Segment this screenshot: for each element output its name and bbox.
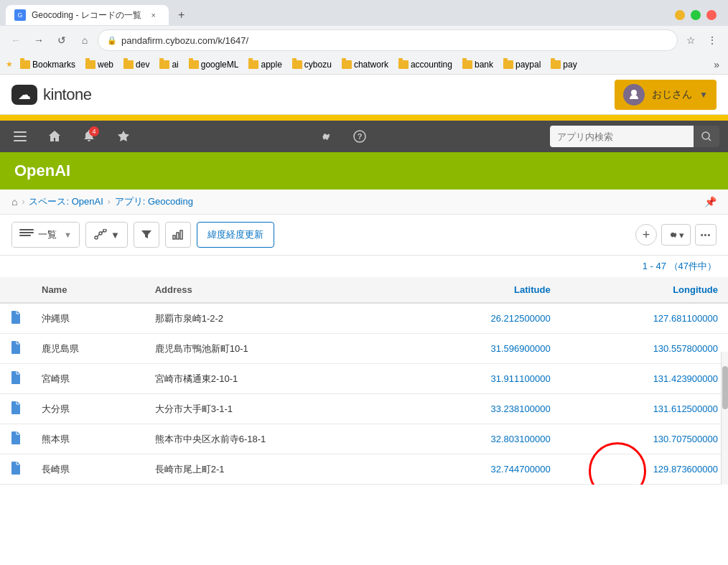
filter-button[interactable] xyxy=(134,222,159,248)
back-button[interactable]: ← xyxy=(6,30,26,50)
bookmark-folder-icon xyxy=(462,60,472,69)
row-name-cell[interactable]: 鹿児島県 xyxy=(32,334,145,364)
window-minimize-button[interactable] xyxy=(675,10,685,20)
search-input[interactable] xyxy=(550,126,694,147)
row-address-cell[interactable]: 大分市大手町3-1-1 xyxy=(145,394,403,424)
app-title-bar: OpenAI xyxy=(0,152,728,190)
bookmark-folder-icon xyxy=(398,60,409,69)
view-dropdown-icon: ▼ xyxy=(64,230,72,239)
bookmarks-star-icon: ★ xyxy=(6,60,13,69)
tab-close-button[interactable]: × xyxy=(147,9,160,22)
table-row[interactable]: 大分県 大分市大手町3-1-1 33.238100000 131.6125000… xyxy=(0,394,728,424)
bookmark-dev[interactable]: dev xyxy=(119,58,154,71)
view-list-button[interactable]: 一覧 ▼ xyxy=(12,222,79,248)
row-longitude-cell[interactable]: 131.423900000 xyxy=(561,364,728,394)
update-coordinates-button[interactable]: 緯度経度更新 xyxy=(197,222,274,248)
bell-icon[interactable]: 4 xyxy=(78,125,101,148)
menu-icon[interactable] xyxy=(9,125,32,148)
add-record-button[interactable]: + xyxy=(635,224,657,246)
bookmark-paypal[interactable]: paypal xyxy=(499,58,545,71)
bookmark-label: accounting xyxy=(411,60,452,70)
table-row[interactable]: 熊本県 熊本市中央区水前寺6-18-1 32.803100000 130.707… xyxy=(0,424,728,454)
kintone-nav: 4 ? xyxy=(0,121,728,152)
col-address-header[interactable]: Address xyxy=(145,277,403,303)
view-selector[interactable]: 一覧 ▼ xyxy=(11,222,80,248)
bookmark-accounting[interactable]: accounting xyxy=(394,58,457,71)
breadcrumb-pin-icon[interactable]: 📌 xyxy=(704,196,717,207)
svg-point-6 xyxy=(702,132,709,139)
graph-button[interactable]: ▼ xyxy=(85,222,128,248)
table-container[interactable]: Name Address Latitude Longitude 沖縄県 那覇市泉… xyxy=(0,277,728,485)
row-latitude-cell[interactable]: 32.803100000 xyxy=(403,424,561,454)
row-latitude-cell[interactable]: 31.911100000 xyxy=(403,364,561,394)
bookmark-ai[interactable]: ai xyxy=(155,58,182,71)
breadcrumb-home-icon[interactable]: ⌂ xyxy=(11,196,17,207)
row-name-cell[interactable]: 沖縄県 xyxy=(32,303,145,334)
row-name-cell[interactable]: 宮崎県 xyxy=(32,364,145,394)
row-name-cell[interactable]: 大分県 xyxy=(32,394,145,424)
col-icon-header xyxy=(0,277,32,303)
view-settings-button[interactable]: ▾ xyxy=(661,224,691,246)
row-latitude-cell[interactable]: 26.212500000 xyxy=(403,303,561,334)
row-name-cell[interactable]: 長崎県 xyxy=(32,454,145,485)
bookmark-bookmarks[interactable]: Bookmarks xyxy=(16,58,80,71)
row-longitude-cell[interactable]: 129.873600000 xyxy=(561,454,728,485)
user-menu-button[interactable]: おじさん ▼ xyxy=(615,80,717,110)
breadcrumb-space-link[interactable]: スペース: OpenAI xyxy=(29,195,103,208)
address-bar[interactable]: 🔒 pandafirm.cybozu.com/k/1647/ xyxy=(98,29,678,51)
row-longitude-cell[interactable]: 130.557800000 xyxy=(561,334,728,364)
bookmark-apple[interactable]: apple xyxy=(244,58,286,71)
forward-button[interactable]: → xyxy=(29,30,49,50)
bookmark-cybozu[interactable]: cybozu xyxy=(288,58,336,71)
col-name-header[interactable]: Name xyxy=(32,277,145,303)
star-nav-icon[interactable] xyxy=(112,125,135,148)
row-name-cell[interactable]: 熊本県 xyxy=(32,424,145,454)
row-longitude-cell[interactable]: 127.681100000 xyxy=(561,303,728,334)
row-address-cell[interactable]: 那覇市泉崎1-2-2 xyxy=(145,303,403,334)
bookmark-pay[interactable]: pay xyxy=(546,58,581,71)
scrollbar[interactable] xyxy=(721,352,728,485)
more-options-button[interactable]: ••• xyxy=(695,224,717,246)
row-address-cell[interactable]: 長崎市尾上町2-1 xyxy=(145,454,403,485)
svg-point-9 xyxy=(99,232,102,235)
row-latitude-cell[interactable]: 31.596900000 xyxy=(403,334,561,364)
window-close-button[interactable] xyxy=(706,10,717,20)
help-nav-icon[interactable]: ? xyxy=(348,125,371,148)
row-address-cell[interactable]: 熊本市中央区水前寺6-18-1 xyxy=(145,424,403,454)
table-row[interactable]: 沖縄県 那覇市泉崎1-2-2 26.212500000 127.68110000… xyxy=(0,303,728,334)
scrollbar-thumb[interactable] xyxy=(722,366,728,409)
window-maximize-button[interactable] xyxy=(691,10,701,20)
table-row[interactable]: 鹿児島県 鹿児島市鴨池新町10-1 31.596900000 130.55780… xyxy=(0,334,728,364)
home-button[interactable]: ⌂ xyxy=(75,30,95,50)
home-nav-icon[interactable] xyxy=(43,125,66,148)
logo-text: kintone xyxy=(43,85,91,104)
browser-nav-bar: ← → ↺ ⌂ 🔒 pandafirm.cybozu.com/k/1647/ ☆… xyxy=(0,26,728,55)
new-tab-button[interactable]: + xyxy=(172,5,192,25)
bookmark-web[interactable]: web xyxy=(81,58,118,71)
records-table: Name Address Latitude Longitude 沖縄県 那覇市泉… xyxy=(0,277,728,485)
bookmarks-more-button[interactable]: » xyxy=(711,57,722,72)
table-row[interactable]: 宮崎県 宮崎市橘通東2-10-1 31.911100000 131.423900… xyxy=(0,364,728,394)
bookmark-googleml[interactable]: googleML xyxy=(185,58,243,71)
bookmark-label: ai xyxy=(172,60,178,70)
browser-settings-button[interactable]: ⋮ xyxy=(702,30,722,50)
search-button[interactable] xyxy=(694,126,719,147)
browser-tab[interactable]: G Geocoding - レコードの一覧 × xyxy=(6,5,169,25)
breadcrumb-app-link[interactable]: アプリ: Geocoding xyxy=(115,195,193,208)
row-longitude-cell[interactable]: 131.612500000 xyxy=(561,394,728,424)
row-latitude-cell[interactable]: 32.744700000 xyxy=(403,454,561,485)
bookmark-bank[interactable]: bank xyxy=(458,58,498,71)
gear-nav-icon[interactable] xyxy=(314,125,337,148)
bookmark-chatwork[interactable]: chatwork xyxy=(337,58,393,71)
chart-button[interactable] xyxy=(165,222,191,248)
row-icon-cell xyxy=(0,334,32,364)
bookmark-star-button[interactable]: ☆ xyxy=(681,30,701,50)
table-row[interactable]: 長崎県 長崎市尾上町2-1 32.744700000 129.873600000 xyxy=(0,454,728,485)
reload-button[interactable]: ↺ xyxy=(52,30,72,50)
col-longitude-header[interactable]: Longitude xyxy=(561,277,728,303)
row-latitude-cell[interactable]: 33.238100000 xyxy=(403,394,561,424)
row-address-cell[interactable]: 宮崎市橘通東2-10-1 xyxy=(145,364,403,394)
col-latitude-header[interactable]: Latitude xyxy=(403,277,561,303)
row-address-cell[interactable]: 鹿児島市鴨池新町10-1 xyxy=(145,334,403,364)
row-longitude-cell[interactable]: 130.707500000 xyxy=(561,424,728,454)
